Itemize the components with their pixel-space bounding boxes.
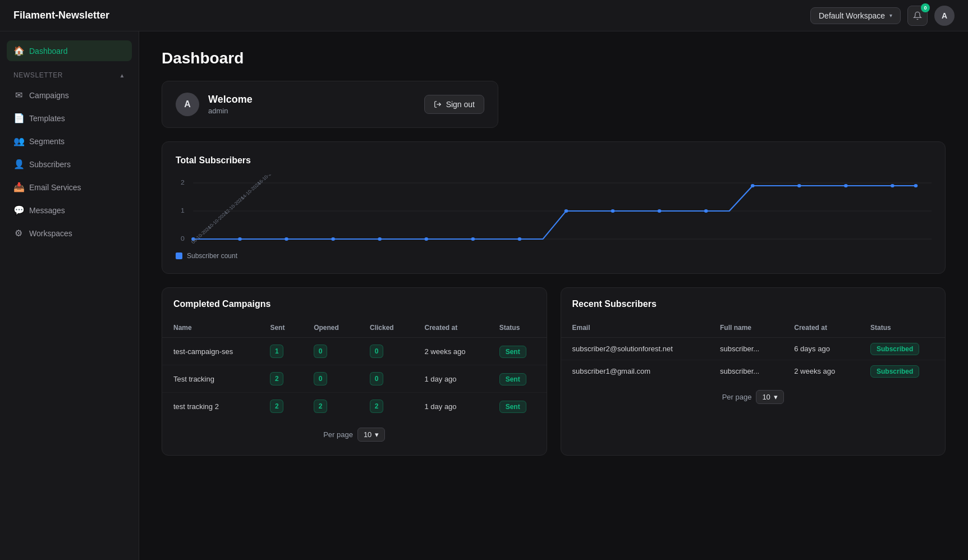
legend-color-box bbox=[176, 253, 182, 259]
campaign-clicked: 0 bbox=[359, 338, 413, 365]
x-axis-labels: 08-10-2024 10-10-2024 12-10-2024 14-10-2… bbox=[190, 175, 460, 245]
col-email: Email bbox=[561, 318, 709, 338]
sidebar-item-dashboard[interactable]: 🏠 Dashboard bbox=[7, 40, 132, 61]
col-name: Name bbox=[162, 318, 259, 338]
svg-point-8 bbox=[238, 237, 242, 241]
table-row: test-campaign-ses 1 0 0 2 weeks ago Sent bbox=[162, 338, 547, 365]
person-icon: 👤 bbox=[13, 159, 24, 169]
inbox-icon: 📥 bbox=[13, 182, 24, 192]
workspace-label: Default Workspace bbox=[819, 11, 885, 20]
sidebar-section-newsletter: Newsletter ▲ bbox=[7, 63, 132, 82]
signout-button[interactable]: Sign out bbox=[424, 95, 484, 114]
campaign-name: test-campaign-ses bbox=[162, 338, 259, 365]
sidebar-item-label: Subscribers bbox=[29, 160, 71, 169]
sidebar-item-label: Segments bbox=[29, 137, 65, 146]
recent-subscribers-title: Recent Subscribers bbox=[561, 299, 946, 318]
col-clicked: Clicked bbox=[359, 318, 413, 338]
welcome-avatar: A bbox=[176, 93, 199, 116]
subscriber-email: subscriber2@solutionforest.net bbox=[561, 338, 709, 360]
subscriber-email: subscriber1@gmail.com bbox=[561, 360, 709, 383]
svg-point-15 bbox=[565, 209, 568, 213]
bottom-grid: Completed Campaigns Name Sent Opened Cli… bbox=[162, 287, 946, 456]
svg-text:1: 1 bbox=[181, 207, 185, 214]
sidebar-item-campaigns[interactable]: ✉ Campaigns bbox=[7, 85, 132, 105]
chevron-up-icon: ▲ bbox=[120, 72, 126, 79]
legend-label: Subscriber count bbox=[187, 252, 237, 260]
topnav: Filament-Newsletter Default Workspace ▾ … bbox=[0, 0, 968, 31]
svg-point-23 bbox=[914, 184, 918, 187]
subscriber-created-at: 2 weeks ago bbox=[783, 360, 859, 383]
page-title: Dashboard bbox=[162, 49, 946, 67]
newsletter-section-label: Newsletter bbox=[13, 71, 63, 79]
svg-point-18 bbox=[704, 209, 708, 213]
sidebar-item-email-services[interactable]: 📥 Email Services bbox=[7, 177, 132, 198]
home-icon: 🏠 bbox=[13, 45, 24, 56]
campaigns-per-page: Per page 10 ▾ bbox=[162, 420, 547, 444]
col-fullname: Full name bbox=[709, 318, 783, 338]
per-page-value: 10 bbox=[762, 393, 770, 401]
sidebar-item-subscribers[interactable]: 👤 Subscribers bbox=[7, 154, 132, 175]
workspace-button[interactable]: Default Workspace ▾ bbox=[810, 7, 901, 24]
svg-text:0: 0 bbox=[181, 235, 185, 242]
per-page-value: 10 bbox=[364, 430, 371, 439]
bell-icon bbox=[913, 11, 922, 20]
sidebar-item-templates[interactable]: 📄 Templates bbox=[7, 108, 132, 128]
campaign-opened: 0 bbox=[302, 365, 359, 393]
sidebar-item-label: Messages bbox=[29, 206, 65, 215]
svg-point-19 bbox=[751, 184, 755, 187]
subscriber-fullname: subscriber... bbox=[709, 338, 783, 360]
campaign-created-at: 1 day ago bbox=[413, 393, 488, 420]
campaign-status: Sent bbox=[488, 338, 547, 365]
completed-campaigns-table: Name Sent Opened Clicked Created at Stat… bbox=[162, 318, 547, 420]
campaign-opened: 0 bbox=[302, 338, 359, 365]
table-row: subscriber2@solutionforest.net subscribe… bbox=[561, 338, 946, 360]
campaign-status: Sent bbox=[488, 393, 547, 420]
completed-campaigns-card: Completed Campaigns Name Sent Opened Cli… bbox=[162, 287, 547, 456]
sidebar-item-messages[interactable]: 💬 Messages bbox=[7, 200, 132, 221]
svg-point-9 bbox=[285, 237, 288, 241]
table-row: Test tracking 2 0 0 1 day ago Sent bbox=[162, 365, 547, 393]
sidebar-item-workspaces[interactable]: ⚙ Workspaces bbox=[7, 223, 132, 244]
sidebar-item-segments[interactable]: 👥 Segments bbox=[7, 131, 132, 152]
sidebar-item-label: Campaigns bbox=[29, 91, 69, 100]
subscriber-created-at: 6 days ago bbox=[783, 338, 859, 360]
table-row: test tracking 2 2 2 2 1 day ago Sent bbox=[162, 393, 547, 420]
campaign-created-at: 2 weeks ago bbox=[413, 338, 488, 365]
campaign-status: Sent bbox=[488, 365, 547, 393]
signout-label: Sign out bbox=[446, 100, 475, 109]
subscribers-per-page: Per page 10 ▾ bbox=[561, 382, 946, 406]
svg-point-22 bbox=[891, 184, 894, 187]
chart-container: 2 1 0 bbox=[176, 175, 932, 247]
col-created-at: Created at bbox=[783, 318, 859, 338]
col-status: Status bbox=[859, 318, 945, 338]
subscriber-status: Subscribed bbox=[859, 360, 945, 383]
notifications-button[interactable]: 0 bbox=[907, 6, 928, 26]
subscriber-fullname: subscriber... bbox=[709, 360, 783, 383]
campaign-created-at: 1 day ago bbox=[413, 365, 488, 393]
chart-legend: Subscriber count bbox=[176, 252, 932, 260]
user-avatar[interactable]: A bbox=[934, 6, 955, 26]
recent-subscribers-table: Email Full name Created at Status subscr… bbox=[561, 318, 946, 382]
col-opened: Opened bbox=[302, 318, 359, 338]
svg-point-10 bbox=[331, 237, 335, 241]
welcome-text: Welcome admin bbox=[208, 94, 253, 115]
workspace-icon: ⚙ bbox=[13, 228, 24, 238]
per-page-select[interactable]: 10 ▾ bbox=[357, 428, 385, 442]
chart-card: Total Subscribers 2 1 0 bbox=[162, 141, 946, 274]
recent-subscribers-card: Recent Subscribers Email Full name Creat… bbox=[561, 287, 946, 456]
campaign-sent: 2 bbox=[259, 393, 302, 420]
sidebar-item-label: Email Services bbox=[29, 183, 81, 192]
welcome-left: A Welcome admin bbox=[176, 93, 253, 116]
main-content: Dashboard A Welcome admin Sign out bbox=[139, 31, 968, 560]
campaign-name: Test tracking bbox=[162, 365, 259, 393]
chevron-down-icon: ▾ bbox=[774, 393, 778, 401]
per-page-label: Per page bbox=[323, 430, 353, 439]
svg-point-14 bbox=[518, 237, 522, 241]
users-icon: 👥 bbox=[13, 136, 24, 146]
signout-icon bbox=[434, 100, 442, 108]
document-icon: 📄 bbox=[13, 113, 24, 123]
subscriber-status: Subscribed bbox=[859, 338, 945, 360]
per-page-select-subscribers[interactable]: 10 ▾ bbox=[756, 390, 783, 404]
chevron-down-icon: ▾ bbox=[375, 430, 379, 439]
brand-title: Filament-Newsletter bbox=[13, 10, 109, 21]
